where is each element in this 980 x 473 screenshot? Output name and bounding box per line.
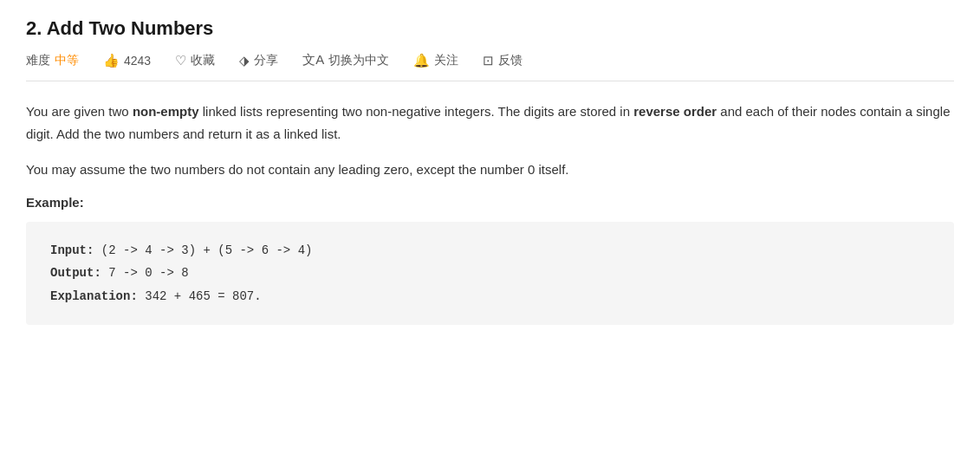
code-line-1: Input: (2 -> 4 -> 3) + (5 -> 6 -> 4) [50, 239, 930, 262]
collect-label: 收藏 [191, 53, 215, 68]
code-line-3: Explanation: 342 + 465 = 807. [50, 285, 930, 308]
feedback-icon: ⊡ [483, 53, 494, 68]
follow-icon: 🔔 [413, 53, 430, 68]
collect-icon: ♡ [175, 53, 186, 68]
follow-label: 关注 [434, 53, 458, 68]
page-container: 2. Add Two Numbers 难度 中等 👍 4243 ♡ 收藏 ⬗ 分… [0, 0, 980, 351]
difficulty-label: 难度 [26, 53, 50, 68]
follow-item[interactable]: 🔔 关注 [413, 53, 458, 68]
collect-item[interactable]: ♡ 收藏 [175, 53, 215, 68]
code-line-2: Output: 7 -> 0 -> 8 [50, 262, 930, 285]
para1-middle: linked lists representing two non-negati… [199, 104, 634, 119]
para1-bold2: reverse order [633, 104, 717, 119]
share-label: 分享 [254, 53, 278, 68]
toolbar: 难度 中等 👍 4243 ♡ 收藏 ⬗ 分享 文A 切换为中文 🔔 关注 ⊡ 反… [26, 52, 954, 81]
description-para2: You may assume the two numbers do not co… [26, 159, 954, 181]
feedback-label: 反馈 [498, 53, 522, 68]
translate-item[interactable]: 文A 切换为中文 [302, 52, 389, 68]
difficulty-item: 难度 中等 [26, 53, 79, 68]
example-title: Example: [26, 195, 954, 210]
feedback-item[interactable]: ⊡ 反馈 [483, 53, 522, 68]
likes-item[interactable]: 👍 4243 [103, 53, 151, 68]
translate-icon: 文A [302, 52, 324, 68]
para1-bold1: non-empty [133, 104, 199, 119]
likes-icon: 👍 [103, 53, 120, 68]
para1-prefix: You are given two [26, 104, 133, 119]
description-para1: You are given two non-empty linked lists… [26, 100, 954, 145]
share-item[interactable]: ⬗ 分享 [239, 53, 278, 68]
problem-title: 2. Add Two Numbers [26, 17, 954, 40]
likes-count: 4243 [124, 54, 151, 68]
share-icon: ⬗ [239, 53, 250, 68]
problem-description: You are given two non-empty linked lists… [26, 100, 954, 181]
difficulty-value[interactable]: 中等 [55, 53, 79, 68]
code-block: Input: (2 -> 4 -> 3) + (5 -> 6 -> 4) Out… [26, 222, 954, 326]
translate-label: 切换为中文 [328, 53, 389, 68]
